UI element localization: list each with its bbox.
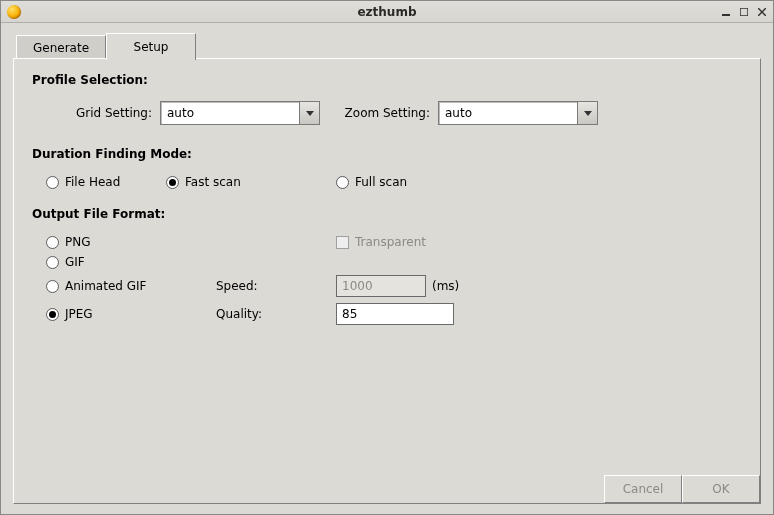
radio-jpeg[interactable]: JPEG bbox=[46, 307, 216, 321]
tab-panel-setup: Profile Selection: Grid Setting: auto Zo… bbox=[13, 58, 761, 504]
radio-label: GIF bbox=[65, 255, 85, 269]
quality-label: Quality: bbox=[216, 307, 336, 321]
tab-label: Generate bbox=[33, 41, 89, 55]
svg-marker-4 bbox=[306, 111, 314, 116]
chevron-down-icon[interactable] bbox=[299, 102, 319, 124]
checkbox-label: Transparent bbox=[355, 235, 426, 249]
window-title: ezthumb bbox=[1, 5, 773, 19]
radio-label: Fast scan bbox=[185, 175, 241, 189]
button-label: OK bbox=[712, 482, 729, 496]
duration-heading: Duration Finding Mode: bbox=[32, 147, 742, 161]
radio-circle-icon bbox=[166, 176, 179, 189]
svg-marker-5 bbox=[584, 111, 592, 116]
quality-input[interactable] bbox=[336, 303, 454, 325]
radio-circle-icon bbox=[46, 256, 59, 269]
radio-full-scan[interactable]: Full scan bbox=[336, 175, 407, 189]
tab-generate[interactable]: Generate bbox=[16, 35, 106, 59]
dialog-footer: Cancel OK bbox=[604, 475, 760, 503]
radio-gif[interactable]: GIF bbox=[46, 255, 85, 269]
radio-fast-scan[interactable]: Fast scan bbox=[166, 175, 336, 189]
speed-unit: (ms) bbox=[432, 279, 459, 293]
svg-rect-1 bbox=[740, 8, 748, 16]
profile-heading: Profile Selection: bbox=[32, 73, 742, 87]
radio-png[interactable]: PNG bbox=[46, 235, 336, 249]
close-icon[interactable] bbox=[757, 7, 767, 17]
radio-circle-icon bbox=[46, 176, 59, 189]
output-heading: Output File Format: bbox=[32, 207, 742, 221]
radio-circle-icon bbox=[46, 280, 59, 293]
button-label: Cancel bbox=[623, 482, 664, 496]
radio-circle-icon bbox=[46, 236, 59, 249]
window-controls bbox=[721, 7, 767, 17]
radio-label: Animated GIF bbox=[65, 279, 146, 293]
speed-input[interactable] bbox=[336, 275, 426, 297]
radio-circle-icon bbox=[46, 308, 59, 321]
zoom-setting-combo[interactable]: auto bbox=[438, 101, 598, 125]
tabstrip: Generate Setup bbox=[16, 33, 761, 59]
chevron-down-icon[interactable] bbox=[577, 102, 597, 124]
content-area: Generate Setup Profile Selection: Grid S… bbox=[1, 23, 773, 514]
speed-label: Speed: bbox=[216, 279, 336, 293]
grid-setting-combo[interactable]: auto bbox=[160, 101, 320, 125]
checkbox-box-icon bbox=[336, 236, 349, 249]
radio-file-head[interactable]: File Head bbox=[46, 175, 166, 189]
zoom-setting-label: Zoom Setting: bbox=[320, 106, 430, 120]
maximize-icon[interactable] bbox=[739, 7, 749, 17]
radio-label: JPEG bbox=[65, 307, 93, 321]
app-window: ezthumb Generate Setup Profile Selection… bbox=[0, 0, 774, 515]
radio-circle-icon bbox=[336, 176, 349, 189]
titlebar: ezthumb bbox=[1, 1, 773, 23]
radio-label: PNG bbox=[65, 235, 91, 249]
minimize-icon[interactable] bbox=[721, 7, 731, 17]
radio-label: File Head bbox=[65, 175, 120, 189]
tab-setup[interactable]: Setup bbox=[106, 33, 196, 60]
radio-label: Full scan bbox=[355, 175, 407, 189]
tab-label: Setup bbox=[134, 40, 169, 54]
cancel-button[interactable]: Cancel bbox=[604, 475, 682, 503]
ok-button[interactable]: OK bbox=[682, 475, 760, 503]
zoom-setting-value: auto bbox=[439, 106, 577, 120]
checkbox-transparent[interactable]: Transparent bbox=[336, 235, 426, 249]
svg-rect-0 bbox=[722, 14, 730, 16]
grid-setting-label: Grid Setting: bbox=[62, 106, 152, 120]
grid-setting-value: auto bbox=[161, 106, 299, 120]
radio-animated-gif[interactable]: Animated GIF bbox=[46, 279, 216, 293]
